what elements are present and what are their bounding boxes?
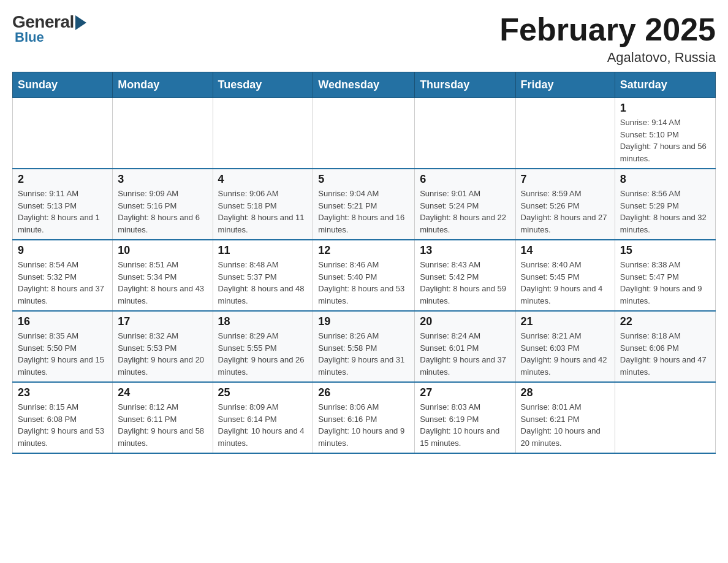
calendar-table: SundayMondayTuesdayWednesdayThursdayFrid… <box>12 72 716 454</box>
day-number: 5 <box>318 173 409 186</box>
day-number: 18 <box>218 315 308 328</box>
calendar-cell: 3Sunrise: 9:09 AMSunset: 5:16 PMDaylight… <box>113 169 213 240</box>
day-number: 10 <box>118 244 207 257</box>
calendar-cell: 28Sunrise: 8:01 AMSunset: 6:21 PMDayligh… <box>515 382 615 453</box>
day-number: 21 <box>521 315 610 328</box>
day-number: 15 <box>620 244 710 257</box>
header-wednesday: Wednesday <box>313 72 415 98</box>
calendar-week-2: 2Sunrise: 9:11 AMSunset: 5:13 PMDaylight… <box>13 169 716 240</box>
calendar-cell: 6Sunrise: 9:01 AMSunset: 5:24 PMDaylight… <box>415 169 515 240</box>
day-info: Sunrise: 8:56 AMSunset: 5:29 PMDaylight:… <box>620 188 710 236</box>
header-friday: Friday <box>515 72 615 98</box>
calendar-week-3: 9Sunrise: 8:54 AMSunset: 5:32 PMDaylight… <box>13 240 716 311</box>
month-title: February 2025 <box>499 12 716 47</box>
day-number: 11 <box>218 244 308 257</box>
calendar-cell: 18Sunrise: 8:29 AMSunset: 5:55 PMDayligh… <box>213 311 313 382</box>
day-info: Sunrise: 8:46 AMSunset: 5:40 PMDaylight:… <box>318 259 409 307</box>
day-number: 13 <box>420 244 510 257</box>
day-info: Sunrise: 8:01 AMSunset: 6:21 PMDaylight:… <box>521 401 610 449</box>
calendar-week-4: 16Sunrise: 8:35 AMSunset: 5:50 PMDayligh… <box>13 311 716 382</box>
day-info: Sunrise: 8:32 AMSunset: 5:53 PMDaylight:… <box>118 330 207 378</box>
day-info: Sunrise: 8:12 AMSunset: 6:11 PMDaylight:… <box>118 401 207 449</box>
calendar-cell: 16Sunrise: 8:35 AMSunset: 5:50 PMDayligh… <box>13 311 113 382</box>
header-tuesday: Tuesday <box>213 72 313 98</box>
day-number: 16 <box>18 315 107 328</box>
calendar-cell: 20Sunrise: 8:24 AMSunset: 6:01 PMDayligh… <box>415 311 515 382</box>
day-number: 7 <box>521 173 610 186</box>
logo-blue-text: Blue <box>15 29 44 45</box>
day-info: Sunrise: 8:15 AMSunset: 6:08 PMDaylight:… <box>18 401 107 449</box>
day-number: 26 <box>318 386 409 399</box>
calendar-week-1: 1Sunrise: 9:14 AMSunset: 5:10 PMDaylight… <box>13 98 716 169</box>
day-number: 22 <box>620 315 710 328</box>
day-number: 1 <box>620 102 710 115</box>
calendar-cell: 17Sunrise: 8:32 AMSunset: 5:53 PMDayligh… <box>113 311 213 382</box>
location-text: Agalatovo, Russia <box>499 50 716 66</box>
calendar-cell: 26Sunrise: 8:06 AMSunset: 6:16 PMDayligh… <box>313 382 415 453</box>
calendar-cell: 25Sunrise: 8:09 AMSunset: 6:14 PMDayligh… <box>213 382 313 453</box>
calendar-cell: 19Sunrise: 8:26 AMSunset: 5:58 PMDayligh… <box>313 311 415 382</box>
calendar-cell: 9Sunrise: 8:54 AMSunset: 5:32 PMDaylight… <box>13 240 113 311</box>
day-info: Sunrise: 8:38 AMSunset: 5:47 PMDaylight:… <box>620 259 710 307</box>
calendar-cell <box>213 98 313 169</box>
day-info: Sunrise: 8:09 AMSunset: 6:14 PMDaylight:… <box>218 401 308 449</box>
calendar-cell: 7Sunrise: 8:59 AMSunset: 5:26 PMDaylight… <box>515 169 615 240</box>
day-number: 12 <box>318 244 409 257</box>
day-number: 28 <box>521 386 610 399</box>
day-info: Sunrise: 9:06 AMSunset: 5:18 PMDaylight:… <box>218 188 308 236</box>
day-number: 27 <box>420 386 510 399</box>
day-info: Sunrise: 9:04 AMSunset: 5:21 PMDaylight:… <box>318 188 409 236</box>
day-number: 3 <box>118 173 207 186</box>
day-info: Sunrise: 9:14 AMSunset: 5:10 PMDaylight:… <box>620 117 710 164</box>
calendar-cell <box>415 98 515 169</box>
calendar-cell: 15Sunrise: 8:38 AMSunset: 5:47 PMDayligh… <box>615 240 715 311</box>
calendar-cell: 22Sunrise: 8:18 AMSunset: 6:06 PMDayligh… <box>615 311 715 382</box>
day-info: Sunrise: 8:18 AMSunset: 6:06 PMDaylight:… <box>620 330 710 378</box>
day-info: Sunrise: 8:59 AMSunset: 5:26 PMDaylight:… <box>521 188 610 236</box>
calendar-week-5: 23Sunrise: 8:15 AMSunset: 6:08 PMDayligh… <box>13 382 716 453</box>
calendar-header-row: SundayMondayTuesdayWednesdayThursdayFrid… <box>13 72 716 98</box>
day-info: Sunrise: 8:54 AMSunset: 5:32 PMDaylight:… <box>18 259 107 307</box>
calendar-cell: 14Sunrise: 8:40 AMSunset: 5:45 PMDayligh… <box>515 240 615 311</box>
day-info: Sunrise: 8:26 AMSunset: 5:58 PMDaylight:… <box>318 330 409 378</box>
day-info: Sunrise: 8:51 AMSunset: 5:34 PMDaylight:… <box>118 259 207 307</box>
day-info: Sunrise: 8:21 AMSunset: 6:03 PMDaylight:… <box>521 330 610 378</box>
day-info: Sunrise: 9:01 AMSunset: 5:24 PMDaylight:… <box>420 188 510 236</box>
day-number: 17 <box>118 315 207 328</box>
day-number: 25 <box>218 386 308 399</box>
header-thursday: Thursday <box>415 72 515 98</box>
day-number: 4 <box>218 173 308 186</box>
day-info: Sunrise: 8:24 AMSunset: 6:01 PMDaylight:… <box>420 330 510 378</box>
day-number: 24 <box>118 386 207 399</box>
day-number: 6 <box>420 173 510 186</box>
calendar-cell: 10Sunrise: 8:51 AMSunset: 5:34 PMDayligh… <box>113 240 213 311</box>
day-info: Sunrise: 8:43 AMSunset: 5:42 PMDaylight:… <box>420 259 510 307</box>
header-monday: Monday <box>113 72 213 98</box>
day-number: 20 <box>420 315 510 328</box>
day-number: 23 <box>18 386 107 399</box>
calendar-cell: 4Sunrise: 9:06 AMSunset: 5:18 PMDaylight… <box>213 169 313 240</box>
day-info: Sunrise: 8:06 AMSunset: 6:16 PMDaylight:… <box>318 401 409 449</box>
page-header: General Blue February 2025 Agalatovo, Ru… <box>12 12 716 66</box>
calendar-cell: 27Sunrise: 8:03 AMSunset: 6:19 PMDayligh… <box>415 382 515 453</box>
calendar-cell: 21Sunrise: 8:21 AMSunset: 6:03 PMDayligh… <box>515 311 615 382</box>
day-info: Sunrise: 9:09 AMSunset: 5:16 PMDaylight:… <box>118 188 207 236</box>
calendar-cell: 23Sunrise: 8:15 AMSunset: 6:08 PMDayligh… <box>13 382 113 453</box>
day-number: 8 <box>620 173 710 186</box>
calendar-cell: 8Sunrise: 8:56 AMSunset: 5:29 PMDaylight… <box>615 169 715 240</box>
calendar-cell <box>615 382 715 453</box>
logo-arrow-icon <box>75 15 86 30</box>
day-info: Sunrise: 8:35 AMSunset: 5:50 PMDaylight:… <box>18 330 107 378</box>
logo: General Blue <box>12 12 86 45</box>
day-info: Sunrise: 8:40 AMSunset: 5:45 PMDaylight:… <box>521 259 610 307</box>
calendar-cell <box>113 98 213 169</box>
day-number: 14 <box>521 244 610 257</box>
calendar-cell: 24Sunrise: 8:12 AMSunset: 6:11 PMDayligh… <box>113 382 213 453</box>
header-saturday: Saturday <box>615 72 715 98</box>
calendar-cell <box>313 98 415 169</box>
day-number: 9 <box>18 244 107 257</box>
day-number: 19 <box>318 315 409 328</box>
header-sunday: Sunday <box>13 72 113 98</box>
calendar-cell: 5Sunrise: 9:04 AMSunset: 5:21 PMDaylight… <box>313 169 415 240</box>
calendar-cell: 12Sunrise: 8:46 AMSunset: 5:40 PMDayligh… <box>313 240 415 311</box>
